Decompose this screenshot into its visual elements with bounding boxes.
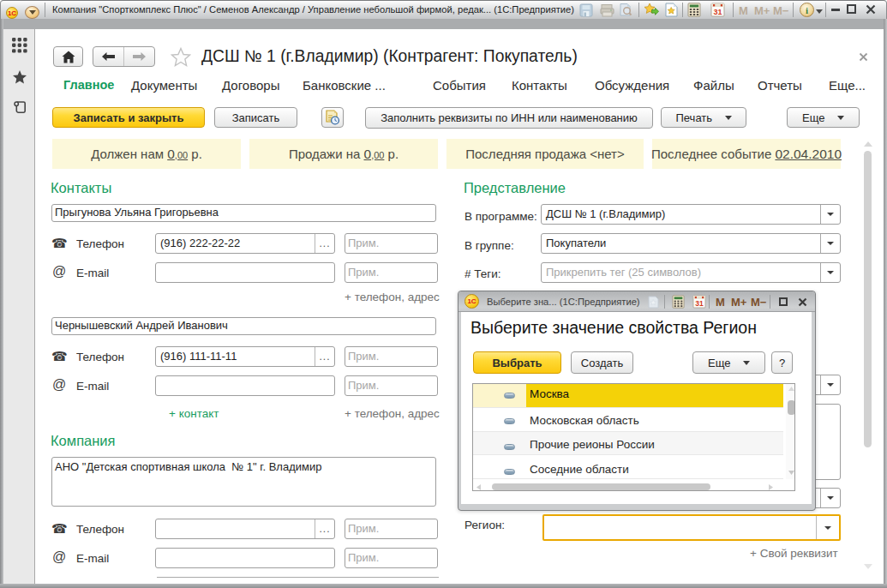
svg-text:31: 31	[695, 299, 704, 308]
svg-text:31: 31	[713, 8, 722, 16]
